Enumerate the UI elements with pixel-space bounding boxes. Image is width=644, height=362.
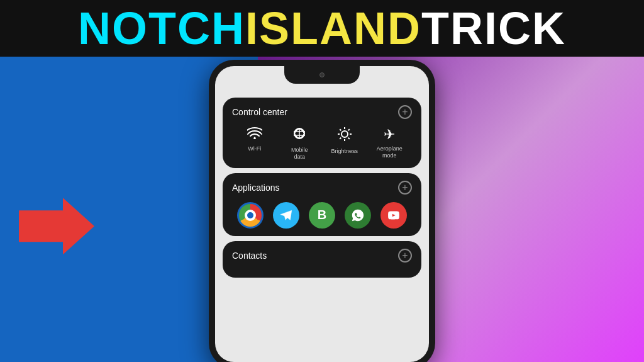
title-bar: NOTCHISLANDTRICK [0,0,644,57]
brightness-item: Brightness [326,127,364,155]
brightness-icon [337,127,352,145]
wifi-icon [247,127,262,143]
phone-screen: Control center + [215,66,429,362]
arrow-icon [19,198,94,254]
phone: Control center + [209,60,435,362]
svg-marker-0 [19,198,94,254]
title-notch: NOTCH [78,3,245,54]
brightness-label: Brightness [331,148,358,155]
main-content: Control center + [0,57,644,362]
svg-line-11 [340,129,341,130]
applications-card: Applications + [223,173,421,236]
mobile-data-label: Mobiledata [291,147,308,161]
applications-title: Applications [232,183,280,193]
title-text: NOTCHISLANDTRICK [78,3,566,54]
svg-point-6 [341,131,348,137]
phone-container: Control center + [209,60,435,362]
contacts-card: Contacts + [223,241,421,278]
svg-line-12 [348,138,349,139]
contacts-header: Contacts + [232,249,412,263]
control-center-card: Control center + [223,98,421,168]
telegram-icon[interactable] [273,202,299,229]
arrow-container [19,198,94,257]
svg-line-14 [340,138,341,139]
apps-row: B [232,202,412,229]
airplane-label: Aeroplanemode [377,145,402,159]
contacts-title: Contacts [232,251,267,261]
mobile-data-icon [291,127,308,144]
control-center-icons-row: Wi-Fi [232,127,412,161]
applications-add-button[interactable]: + [398,181,412,195]
mobile-data-item: Mobiledata [280,127,318,161]
airplane-icon: ✈ [384,127,395,143]
page-background: NOTCHISLANDTRICK [0,0,644,362]
chrome-icon[interactable] [237,202,264,229]
title-trick: TRICK [421,3,566,54]
whatsapp-icon[interactable] [345,202,371,229]
wifi-item: Wi-Fi [236,127,274,152]
svg-point-1 [253,137,255,139]
title-island: ISLAND [245,3,421,54]
airplane-item: ✈ Aeroplanemode [370,127,408,159]
svg-line-13 [348,129,349,130]
youtube-icon[interactable] [380,202,407,229]
contacts-add-button[interactable]: + [398,249,412,263]
b-app-icon[interactable]: B [309,202,335,229]
wifi-label: Wi-Fi [248,145,261,152]
control-center-header: Control center + [232,105,412,119]
control-center-title: Control center [232,107,287,117]
applications-header: Applications + [232,181,412,195]
control-center-add-button[interactable]: + [398,105,412,119]
notch [284,66,360,84]
camera-dot [319,72,325,77]
